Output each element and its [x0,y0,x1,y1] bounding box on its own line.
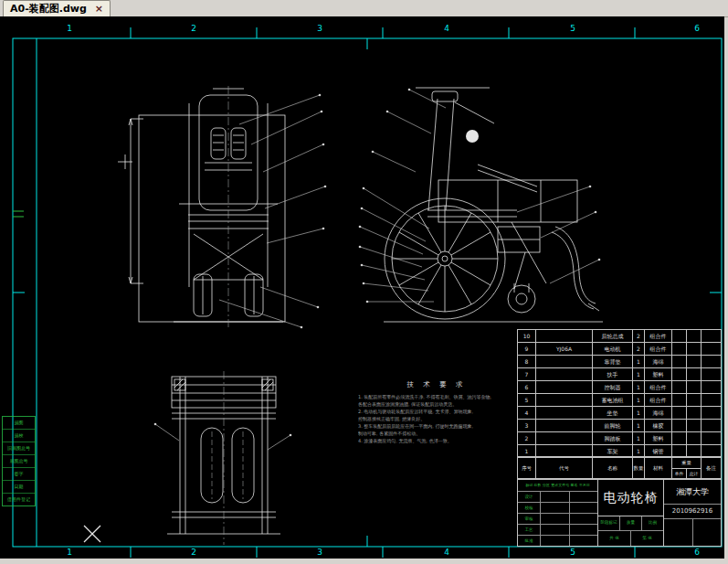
tab-a0-assembly-drawing[interactable]: A0-装配图.dwg × [3,0,111,16]
technical-requirements-line: 2. 电动机与驱动轮装配后应运转平稳, 无卡滞、异响现象, [358,408,515,415]
bom-material: 海绵 [645,356,672,367]
bom-code [536,330,593,342]
bom-index: 10 [518,330,536,342]
bom-qty: 1 [633,445,645,458]
signature-label: 工艺 [518,525,541,535]
bom-qty: 1 [633,356,645,367]
zone-number-top: 1 [67,24,72,33]
bom-remark [702,330,721,342]
bom-index: 9 [518,343,536,355]
tab-label: A0-装配图.dwg [10,2,87,16]
bom-header-code: 代号 [536,458,593,478]
drawing-number: 2010962916 [664,505,721,519]
bom-code [536,445,593,458]
wheelchair-front-view [118,86,285,327]
bom-row: 5蓄电池组1组合件 [518,394,721,407]
bom-remark [702,368,721,380]
bom-code [536,394,593,406]
bom-material: 塑料 [645,432,672,444]
zone-number-bottom: 6 [694,548,700,557]
bom-qty: 1 [633,381,645,393]
technical-requirements-line: 4. 涂漆表面应均匀, 无流痕、气泡, 色泽一致。 [358,437,515,444]
bom-row: 2脚踏板1塑料 [518,432,721,445]
bom-row: 9YJ06A电动机2组合件 [518,343,721,356]
bom-code [536,432,593,444]
bom-header-weight-group: 重量 单件 总计 [672,458,702,478]
left-margin-row: 签字 [3,468,35,481]
bom-name: 前脚轮 [593,420,633,431]
signature-label: 批准 [518,536,541,546]
bom-header-qty: 数量 [633,458,645,478]
cad-canvas[interactable]: 1 2 3 4 5 6 1 2 3 4 5 6 技 术 要 求 1. 装配前所有… [0,16,724,559]
bom-remark [702,343,721,355]
bom-remark [702,445,721,458]
left-margin-table: 描图 描校 旧底图总号 底图总号 签字 日期 借用件登记 [2,416,36,506]
x-marker [84,526,100,542]
mass-label: 质量 [620,516,642,530]
bom-row: 4坐垫1海绵 [518,407,721,420]
bom-remark [702,356,721,367]
bom-header-index: 序号 [518,458,536,478]
green-margin-marks [13,211,24,217]
bom-header-weight: 重量 [672,458,701,469]
organization-name: 湘潭大学 [664,480,721,505]
technical-requirements-line: 各配合表面应涂润滑油脂, 保证装配后运动灵活。 [358,400,515,408]
bom-qty: 1 [633,407,645,419]
signature-row: 工艺 [518,525,597,536]
stage-mass-scale-row: 阶段标记 质量 比例 [598,516,663,531]
bom-remark [702,432,721,444]
bom-qty: 1 [633,432,645,444]
bom-row: 1车架1钢管 [518,445,721,458]
bom-material: 塑料 [645,368,672,380]
title-block-center: 电动轮椅 阶段标记 质量 比例 共 张 第 张 [598,480,664,546]
bom-remark [702,420,721,431]
technical-requirements-line: 制动可靠, 各紧固件不得松动。 [358,430,515,437]
wheelchair-side-view [384,88,603,322]
scale-label: 比例 [642,516,663,530]
bom-table: 10后轮总成2组合件 9YJ06A电动机2组合件 8靠背垫1海绵 7扶手1塑料 … [517,329,722,457]
left-margin-row: 借用件登记 [3,494,35,505]
bom-code [536,381,593,393]
left-margin-row: 日期 [3,481,35,494]
zone-number-bottom: 2 [191,548,196,557]
bom-name: 电动机 [593,343,633,355]
bom-name: 脚踏板 [593,432,633,444]
bom-name: 靠背垫 [593,356,633,367]
left-margin-row: 底图总号 [3,455,35,468]
signature-label: 校核 [518,503,541,513]
technical-requirements: 技 术 要 求 1. 装配前所有零件必须清洗干净, 不得有毛刺、铁屑、油污等杂物… [358,380,515,444]
bom-qty: 1 [633,420,645,431]
zone-number-top: 2 [191,24,196,33]
signature-row: 设计 [518,492,597,503]
bom-name: 后轮总成 [593,330,633,342]
bom-index: 2 [518,432,536,444]
left-margin-row: 描图 [3,417,35,430]
zone-number-bottom: 5 [570,548,575,557]
bom-header-unit-weight: 单件 [672,469,687,479]
sheet-info-row: 共 张 第 张 [598,531,663,546]
signature-row: 批准 [518,536,597,546]
bom-name: 控制器 [593,381,633,393]
bom-material: 组合件 [645,394,672,406]
zone-number-top: 3 [317,24,322,33]
bom-header-material: 材料 [645,458,672,478]
bom-index: 5 [518,394,536,406]
stage-label: 阶段标记 [598,516,620,530]
wheelchair-bottom-view [167,371,280,545]
bom-code [536,407,593,419]
bom-material: 组合件 [645,381,672,393]
bom-material: 钢管 [645,445,672,458]
technical-requirements-line: 控制器接线正确牢固, 绝缘良好。 [358,415,515,422]
bom-material: 组合件 [645,343,672,355]
zone-number-top: 4 [444,24,449,33]
zone-number-bottom: 4 [444,548,449,557]
bom-name: 坐垫 [593,407,633,419]
tab-close-icon[interactable]: × [95,4,103,14]
bom-index: 6 [518,381,536,393]
bom-material: 组合件 [645,330,672,342]
bom-index: 1 [518,445,536,458]
bom-name: 蓄电池组 [593,394,633,406]
zone-number-top: 5 [570,24,575,33]
bom-index: 8 [518,356,536,367]
application-window: A0-装配图.dwg × [0,0,728,564]
